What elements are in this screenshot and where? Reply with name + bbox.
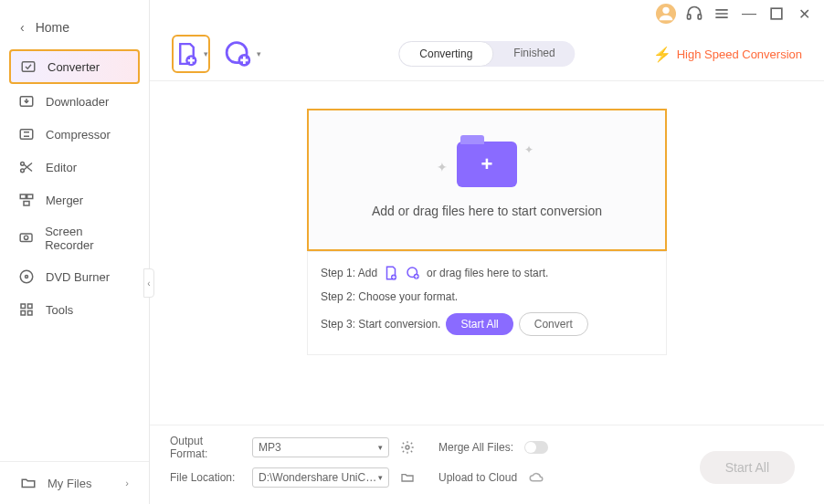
settings-gear-icon[interactable]: [400, 440, 415, 455]
tab-converting[interactable]: Converting: [398, 41, 493, 67]
sidebar: ‹ Home Converter Downloader Compressor E…: [0, 0, 150, 504]
sparkle-icon: ✦: [437, 160, 448, 174]
svg-rect-14: [21, 311, 26, 316]
svg-rect-8: [20, 234, 32, 242]
chevron-down-icon: ▾: [378, 443, 383, 452]
bottom-bar: Output Format: MP3 ▾ Merge All Files: Fi…: [150, 425, 824, 504]
svg-rect-0: [22, 62, 35, 72]
output-format-label: Output Format:: [170, 435, 241, 460]
svg-point-9: [24, 236, 27, 239]
step2-text: Step 2: Choose your format.: [321, 290, 458, 303]
home-link[interactable]: ‹ Home: [0, 9, 149, 47]
chevron-right-icon: ›: [125, 478, 129, 488]
svg-rect-12: [21, 304, 26, 309]
back-icon: ‹: [20, 20, 25, 35]
headset-icon[interactable]: [685, 5, 703, 23]
convert-step-button[interactable]: Convert: [519, 312, 588, 336]
output-format-value: MP3: [259, 441, 281, 454]
toolbar: ▾ ▾ Converting Finished ⚡ High Speed Con…: [150, 27, 824, 81]
svg-rect-6: [27, 194, 33, 199]
merge-toggle[interactable]: [524, 441, 548, 454]
lightning-icon: ⚡: [653, 46, 671, 63]
chevron-down-icon: ▾: [257, 49, 261, 58]
sidebar-item-label: DVD Burner: [46, 270, 110, 284]
tab-finished[interactable]: Finished: [493, 41, 575, 67]
svg-rect-5: [20, 194, 26, 199]
download-icon: [18, 93, 35, 110]
disc-icon: [18, 268, 35, 285]
converter-icon: [20, 58, 37, 75]
sidebar-item-tools[interactable]: Tools: [9, 294, 140, 325]
high-speed-label: High Speed Conversion: [677, 47, 802, 61]
minimize-icon[interactable]: —: [740, 5, 758, 23]
svg-rect-7: [24, 202, 29, 206]
file-location-label: File Location:: [170, 471, 241, 484]
sidebar-item-compressor[interactable]: Compressor: [9, 119, 140, 150]
nav-list: Converter Downloader Compressor Editor M…: [0, 47, 149, 327]
sparkle-icon: ✦: [524, 143, 533, 156]
chevron-down-icon: ▾: [204, 49, 208, 58]
add-disc-icon: [405, 265, 421, 281]
file-location-value: D:\Wondershare UniConverter: [259, 471, 378, 484]
svg-rect-2: [20, 130, 33, 140]
add-folder-button[interactable]: ▾: [223, 35, 261, 73]
svg-rect-19: [771, 8, 782, 19]
sidebar-item-label: Compressor: [46, 128, 111, 142]
screen-recorder-icon: [18, 230, 34, 247]
add-file-button[interactable]: ▾: [172, 35, 210, 73]
svg-rect-13: [28, 304, 33, 309]
tools-icon: [18, 301, 35, 318]
chevron-down-icon: ▾: [378, 473, 383, 482]
maximize-icon[interactable]: [767, 5, 786, 23]
titlebar: — ✕: [150, 0, 824, 27]
open-folder-icon[interactable]: [400, 470, 415, 485]
avatar[interactable]: [656, 4, 676, 24]
close-icon[interactable]: ✕: [795, 5, 813, 23]
steps-panel: Step 1: Add or drag files here to start.…: [307, 251, 667, 355]
home-label: Home: [36, 20, 69, 35]
sidebar-item-label: Merger: [46, 194, 83, 207]
sidebar-item-screen-recorder[interactable]: Screen Recorder: [9, 217, 140, 259]
merge-label: Merge All Files:: [438, 441, 513, 454]
drop-zone[interactable]: ✦ + ✦ Add or drag files here to start co…: [307, 109, 667, 251]
content-area: ✦ + ✦ Add or drag files here to start co…: [150, 81, 824, 425]
start-all-button[interactable]: Start All: [700, 451, 795, 484]
step1-text-a: Step 1: Add: [321, 267, 377, 279]
sidebar-item-label: Screen Recorder: [45, 225, 131, 252]
sidebar-item-label: Converter: [48, 60, 100, 74]
step1-text-b: or drag files here to start.: [427, 267, 548, 279]
high-speed-conversion-link[interactable]: ⚡ High Speed Conversion: [653, 46, 802, 63]
tab-group: Converting Finished: [398, 41, 575, 67]
svg-point-16: [662, 7, 669, 14]
dropzone-text: Add or drag files here to start conversi…: [372, 204, 602, 218]
merger-icon: [18, 192, 35, 208]
compressor-icon: [18, 126, 35, 142]
svg-point-10: [20, 270, 33, 283]
my-files-label: My Files: [48, 477, 91, 490]
sidebar-item-editor[interactable]: Editor: [9, 152, 140, 183]
sidebar-item-converter[interactable]: Converter: [9, 49, 140, 84]
upload-cloud-label: Upload to Cloud: [438, 471, 517, 484]
output-format-select[interactable]: MP3 ▾: [252, 437, 389, 457]
collapse-sidebar-button[interactable]: ‹: [143, 268, 154, 298]
my-files-link[interactable]: My Files ›: [0, 461, 149, 504]
folder-icon: [20, 475, 37, 491]
file-location-select[interactable]: D:\Wondershare UniConverter ▾: [252, 467, 389, 488]
sidebar-item-merger[interactable]: Merger: [9, 184, 140, 215]
svg-point-11: [26, 276, 28, 278]
main-panel: — ✕ ▾ ▾ Converting Finished ⚡ High Speed…: [150, 0, 824, 504]
start-all-step-button[interactable]: Start All: [446, 313, 512, 335]
cloud-icon[interactable]: [528, 469, 544, 486]
svg-rect-18: [698, 15, 701, 19]
menu-icon[interactable]: [713, 5, 731, 23]
add-folder-icon: +: [457, 142, 517, 187]
sidebar-item-label: Editor: [46, 161, 77, 174]
svg-point-26: [406, 446, 409, 449]
svg-rect-15: [28, 311, 33, 316]
sidebar-item-dvd-burner[interactable]: DVD Burner: [9, 261, 140, 292]
sidebar-item-downloader[interactable]: Downloader: [9, 86, 140, 117]
step3-text: Step 3: Start conversion.: [321, 318, 440, 331]
svg-rect-17: [688, 15, 691, 19]
add-file-icon: [383, 265, 399, 281]
scissors-icon: [18, 159, 35, 175]
